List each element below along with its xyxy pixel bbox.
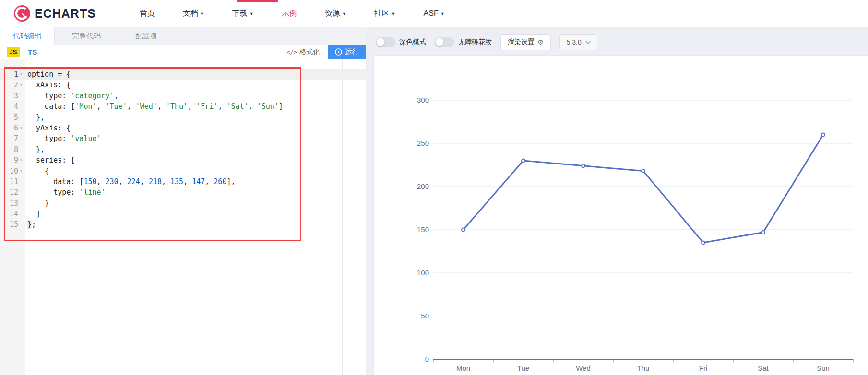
echarts-logo[interactable]: ECHARTS xyxy=(13,5,96,22)
x-axis-category-label: Sat xyxy=(758,364,769,372)
indent-guide xyxy=(36,91,36,101)
code-line-7[interactable]: 7 type: 'value' xyxy=(0,133,366,144)
gear-icon: ⚙ xyxy=(537,38,544,46)
code-text: type: xyxy=(27,188,79,197)
x-axis-category-label: Fri xyxy=(699,364,708,372)
nav-item-文档[interactable]: 文档▼ xyxy=(177,9,210,19)
code-number: 230 xyxy=(106,177,119,186)
tab-配置项[interactable]: 配置项 xyxy=(118,27,174,45)
editor-tabbar: 代码编辑完整代码配置项 xyxy=(0,27,366,45)
tab-完整代码[interactable]: 完整代码 xyxy=(55,27,118,45)
code-number: 135 xyxy=(170,177,183,186)
line-number: 5 xyxy=(0,112,18,123)
code-text: }, xyxy=(27,145,45,154)
fold-caret-icon[interactable]: ▾ xyxy=(20,80,23,90)
y-axis-tick-label: 150 xyxy=(417,225,429,234)
line-number: 13 xyxy=(0,198,18,209)
version-dropdown[interactable]: 5.3.0 xyxy=(559,34,597,50)
code-line-15[interactable]: 15}; xyxy=(0,219,366,230)
data-point xyxy=(821,133,825,137)
data-point xyxy=(582,164,585,167)
active-nav-indicator xyxy=(237,0,278,2)
language-js-button[interactable]: JS xyxy=(7,47,20,57)
nav-item-示例[interactable]: 示例 xyxy=(276,9,303,19)
code-line-8[interactable]: 8 }, xyxy=(0,144,366,155)
y-axis-tick-label: 50 xyxy=(421,312,429,320)
fold-caret-icon[interactable]: ▾ xyxy=(20,166,23,176)
nav-item-ASF[interactable]: ASF▼ xyxy=(418,9,451,18)
indent-guide xyxy=(36,166,36,176)
code-line-4[interactable]: 4 data: ['Mon', 'Tue', 'Wed', 'Thu', 'Fr… xyxy=(0,101,366,112)
x-axis-category-label: Thu xyxy=(637,364,650,372)
code-line-3[interactable]: 3 type: 'category', xyxy=(0,91,366,101)
nav-item-资源[interactable]: 资源▼ xyxy=(319,9,352,19)
line-number: 4 xyxy=(0,101,18,112)
line-number: 9 xyxy=(0,155,18,165)
code-text: data: [ xyxy=(27,102,75,111)
code-text: ; xyxy=(32,220,36,229)
data-point xyxy=(761,231,765,234)
y-axis-tick-label: 300 xyxy=(417,96,429,104)
nav-item-label: 资源 xyxy=(325,9,340,19)
indent-guide xyxy=(36,133,36,144)
line-number: 15 xyxy=(0,219,18,230)
caret-down-icon: ▼ xyxy=(342,12,346,16)
monaco-code-editor[interactable]: 1▾option = {2▾ xAxis: {3 type: 'category… xyxy=(0,59,366,375)
nav-item-label: 文档 xyxy=(183,9,198,19)
code-string: 'Sun' xyxy=(257,102,279,111)
x-axis-category-label: Mon xyxy=(456,364,470,372)
code-string: 'Thu' xyxy=(166,102,188,111)
line-number: 2 xyxy=(0,80,18,90)
x-axis-category-label: Tue xyxy=(517,364,529,372)
nav-item-label: 示例 xyxy=(282,9,297,19)
nav-item-label: ASF xyxy=(424,9,439,18)
code-line-13[interactable]: 13 } xyxy=(0,198,366,209)
code-line-12[interactable]: 12 type: 'line' xyxy=(0,187,366,198)
language-ts-button[interactable]: TS xyxy=(28,48,37,56)
code-line-5[interactable]: 5 }, xyxy=(0,112,366,123)
code-string: 'Tue' xyxy=(106,102,127,111)
code-text: }, xyxy=(27,113,45,122)
indent-guide xyxy=(36,176,36,187)
tab-代码编辑[interactable]: 代码编辑 xyxy=(0,27,55,45)
line-number: 14 xyxy=(0,209,18,219)
format-code-button[interactable]: </> 格式化 xyxy=(286,48,320,57)
code-text: , xyxy=(157,102,166,111)
indent-guide xyxy=(45,176,45,187)
code-line-11[interactable]: 11 data: [150, 230, 224, 218, 135, 147, … xyxy=(0,176,366,187)
nav-item-首页[interactable]: 首页 xyxy=(134,9,161,19)
decal-pattern-toggle[interactable] xyxy=(435,37,454,47)
run-button[interactable]: 运行 xyxy=(328,45,366,59)
caret-down-icon: ▼ xyxy=(250,12,254,16)
fold-caret-icon[interactable]: ▾ xyxy=(20,155,23,165)
code-string: 'Sat' xyxy=(226,102,248,111)
data-point xyxy=(522,159,525,163)
code-line-1[interactable]: 1▾option = { xyxy=(0,69,366,80)
preview-chart[interactable]: 050100150200250300MonTueWedThuFriSatSun xyxy=(374,56,868,375)
fold-caret-icon[interactable]: ▾ xyxy=(20,69,23,80)
code-line-10[interactable]: 10▾ { xyxy=(0,166,366,176)
code-number: 224 xyxy=(127,177,140,186)
code-line-2[interactable]: 2▾ xAxis: { xyxy=(0,80,366,90)
code-text: series: [ xyxy=(27,156,75,164)
caret-down-icon: ▼ xyxy=(392,12,396,16)
code-text: , xyxy=(140,177,149,186)
code-text: , xyxy=(114,92,119,100)
code-line-6[interactable]: 6▾ yAxis: { xyxy=(0,123,366,133)
render-settings-button[interactable]: 渲染设置 ⚙ xyxy=(500,34,551,50)
indent-guide xyxy=(36,101,36,112)
fold-caret-icon[interactable]: ▾ xyxy=(20,123,23,133)
nav-item-社区[interactable]: 社区▼ xyxy=(369,9,402,19)
code-line-9[interactable]: 9▾ series: [ xyxy=(0,155,366,165)
nav-item-下载[interactable]: 下载▼ xyxy=(226,9,260,19)
code-string: 'category' xyxy=(71,92,114,100)
line-number: 12 xyxy=(0,187,18,198)
chart-card: 050100150200250300MonTueWedThuFriSatSun xyxy=(373,55,868,375)
toggle-knob xyxy=(377,38,384,46)
dark-mode-toggle[interactable] xyxy=(376,37,395,47)
version-value: 5.3.0 xyxy=(567,38,582,46)
chevron-down-icon xyxy=(585,39,591,44)
code-text: } xyxy=(27,199,49,208)
y-axis-tick-label: 100 xyxy=(417,269,429,277)
code-line-14[interactable]: 14 ] xyxy=(0,209,366,219)
